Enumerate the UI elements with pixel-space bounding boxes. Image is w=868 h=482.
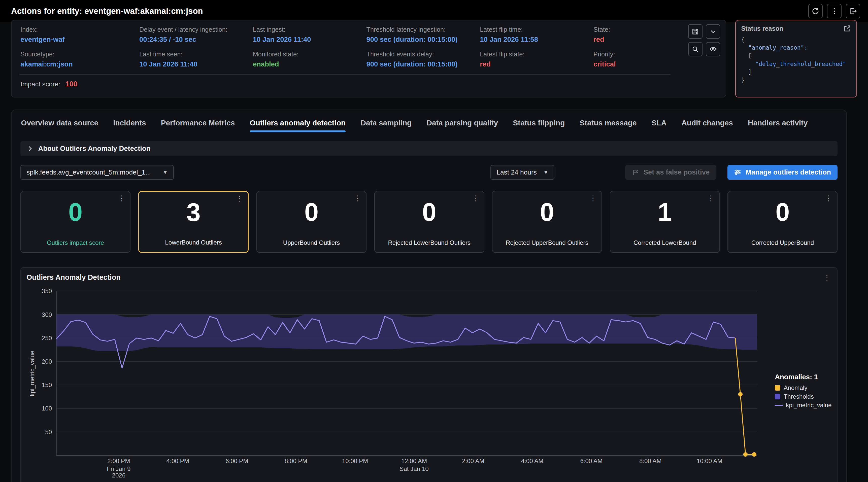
anomaly-dot [752, 452, 757, 457]
controls-row: splk.feeds.avg_eventcount_5m:model_1... … [21, 165, 838, 180]
collapse-panel-button[interactable] [706, 24, 720, 38]
card-menu-icon[interactable]: ⋮ [589, 195, 597, 202]
info-field-value: 900 sec (duration: 00:15:00) [367, 35, 473, 43]
kpi-label: UpperBound Outliers [257, 239, 366, 246]
info-field: Priority:critical [593, 51, 671, 68]
y-tick-label: 100 [42, 405, 52, 412]
legend-item-thresholds[interactable]: Thresholds [775, 393, 832, 400]
kpi-value: 0 [257, 199, 366, 225]
anomaly-line [735, 338, 754, 454]
y-tick-label: 250 [42, 335, 52, 342]
tab-bar: Overview data sourceIncidentsPerformance… [11, 110, 846, 135]
card-menu-icon[interactable]: ⋮ [354, 195, 361, 202]
search-entity-button[interactable] [688, 42, 703, 56]
legend-item-kpi-metric-value[interactable]: kpi_metric_value [775, 401, 832, 409]
info-field-value: 10 Jan 2026 11:40 [253, 35, 360, 43]
card-menu-icon[interactable]: ⋮ [825, 195, 832, 202]
legend-label: Anomaly [784, 384, 807, 391]
anomalies-count: Anomalies: 1 [775, 373, 832, 381]
sliders-icon [734, 169, 741, 176]
more-menu-button[interactable] [827, 4, 841, 18]
open-external-icon[interactable] [843, 25, 851, 32]
info-field-value: red [480, 60, 587, 68]
info-field-label: State: [593, 26, 671, 33]
x-tick-label: 6:00 AM [580, 457, 603, 464]
tab-status-flipping[interactable]: Status flipping [513, 110, 565, 135]
info-field-label: Last time seen: [139, 51, 246, 58]
info-field-label: Latest flip time: [480, 26, 587, 33]
y-tick-label: 350 [42, 288, 52, 294]
card-menu-icon[interactable]: ⋮ [707, 195, 714, 202]
status-json-line: [ [741, 52, 851, 60]
info-field-label: Index: [21, 26, 133, 33]
info-field-value: red [593, 35, 671, 43]
entity-action-icons [688, 24, 720, 56]
tab-data-sampling[interactable]: Data sampling [361, 110, 412, 135]
model-selector-dropdown[interactable]: splk.feeds.avg_eventcount_5m:model_1... … [21, 165, 174, 180]
info-field-label: Sourcetype: [21, 51, 133, 58]
time-range-dropdown[interactable]: Last 24 hours ▼ [490, 165, 554, 180]
info-field: Threshold latency ingestion:900 sec (dur… [367, 26, 473, 43]
x-tick-label: 4:00 AM [521, 457, 544, 464]
anomaly-dot [738, 392, 743, 397]
info-field-value: critical [593, 60, 671, 68]
tab-performance-metrics[interactable]: Performance Metrics [161, 110, 235, 135]
kpi-card: ⋮0Corrected UpperBound [727, 191, 838, 253]
x-tick-label: 4:00 PM [166, 457, 189, 464]
x-tick-date: 2026 [112, 472, 126, 479]
save-button[interactable] [688, 24, 703, 38]
refresh-button[interactable] [808, 4, 823, 18]
y-tick-label: 300 [42, 311, 52, 318]
tab-audit-changes[interactable]: Audit changes [681, 110, 733, 135]
info-field-label: Threshold events delay: [367, 51, 473, 58]
app-root: Actions for entity: eventgen-waf:akamai:… [0, 0, 868, 482]
kpi-label: Corrected LowerBound [610, 239, 719, 246]
kpi-card: ⋮3LowerBound Outliers [138, 191, 249, 253]
info-grid: Index:eventgen-wafDelay event / latency … [21, 26, 671, 68]
tab-incidents[interactable]: Incidents [113, 110, 146, 135]
legend-label: Thresholds [784, 393, 814, 400]
info-field-value: 10 Jan 2026 11:40 [139, 60, 246, 68]
x-tick-label: 2:00 AM [462, 457, 485, 464]
tab-status-message[interactable]: Status message [580, 110, 637, 135]
about-outliers-section[interactable]: About Outliers Anomaly Detection [21, 141, 838, 156]
impact-score-label: Impact score: [21, 80, 60, 88]
status-json-line: "anomaly_reason": [741, 43, 851, 52]
kpi-label: Corrected UpperBound [728, 239, 837, 246]
info-field-label: Last ingest: [253, 26, 360, 33]
info-field-label: Monitored state: [253, 51, 360, 58]
kpi-card: ⋮0UpperBound Outliers [256, 191, 367, 253]
info-field: Index:eventgen-waf [21, 26, 133, 43]
x-tick-label: 8:00 PM [285, 457, 307, 464]
y-tick-label: 50 [45, 428, 52, 436]
info-field-label: Priority: [593, 51, 671, 58]
card-menu-icon[interactable]: ⋮ [118, 195, 125, 202]
info-field-label: Latest flip state: [480, 51, 587, 58]
info-field: Delay event / latency ingestion:00:24:35… [139, 26, 246, 43]
watch-entity-button[interactable] [706, 42, 720, 56]
manage-outliers-button[interactable]: Manage outliers detection [727, 165, 838, 180]
card-menu-icon[interactable]: ⋮ [471, 195, 479, 202]
chart-menu-icon[interactable]: ⋮ [823, 273, 831, 282]
tab-sla[interactable]: SLA [652, 110, 666, 135]
kpi-value: 0 [375, 199, 484, 225]
info-field-value: akamai:cm:json [21, 60, 133, 68]
impact-score-value: 100 [65, 80, 78, 88]
kpi-label: Rejected LowerBound Outliers [375, 239, 484, 246]
tab-overview-data-source[interactable]: Overview data source [21, 110, 98, 135]
card-menu-icon[interactable]: ⋮ [236, 195, 243, 202]
model-selector-value: splk.feeds.avg_eventcount_5m:model_1... [26, 168, 156, 176]
tab-handlers-activity[interactable]: Handlers activity [748, 110, 808, 135]
kpi-label: Rejected UpperBound Outliers [492, 239, 601, 246]
main-panel: Overview data sourceIncidentsPerformance… [11, 109, 847, 482]
tab-outliers-anomaly-detection[interactable]: Outliers anomaly detection [250, 110, 346, 135]
exit-view-button[interactable] [846, 4, 860, 18]
x-tick-label: 10:00 PM [342, 457, 368, 464]
tab-data-parsing-quality[interactable]: Data parsing quality [427, 110, 498, 135]
search-icon [692, 45, 699, 53]
set-false-positive-button[interactable]: Set as false positive [625, 165, 716, 180]
status-json-line: "delay_threshold_breached" [741, 60, 851, 68]
divider [20, 74, 671, 75]
legend-item-anomaly[interactable]: Anomaly [775, 384, 832, 391]
eye-icon [710, 45, 717, 53]
